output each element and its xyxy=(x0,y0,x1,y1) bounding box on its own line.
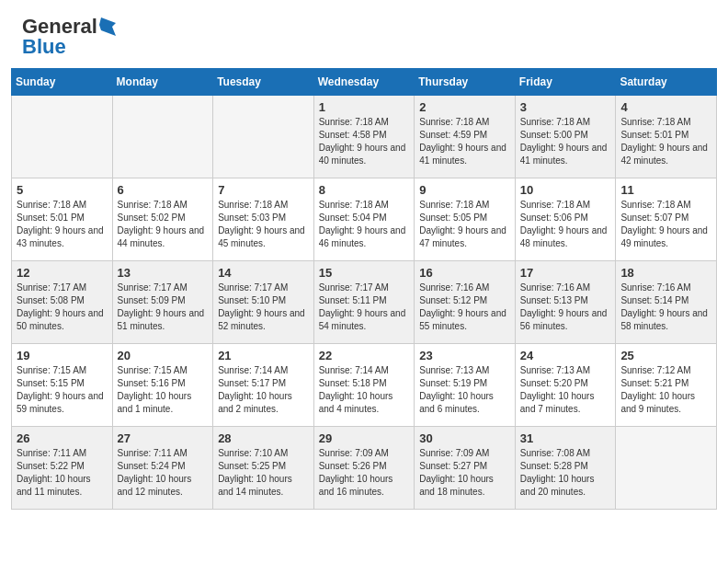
day-info: Sunrise: 7:18 AMSunset: 5:01 PMDaylight:… xyxy=(620,116,711,167)
day-number: 26 xyxy=(17,431,108,445)
day-info: Sunrise: 7:16 AMSunset: 5:14 PMDaylight:… xyxy=(620,282,711,333)
day-number: 18 xyxy=(620,266,711,280)
day-info: Sunrise: 7:18 AMSunset: 5:04 PMDaylight:… xyxy=(319,199,410,250)
calendar-week-1: 1Sunrise: 7:18 AMSunset: 4:58 PMDaylight… xyxy=(12,96,717,178)
calendar-cell: 24Sunrise: 7:13 AMSunset: 5:20 PMDayligh… xyxy=(515,344,616,427)
calendar-week-3: 12Sunrise: 7:17 AMSunset: 5:08 PMDayligh… xyxy=(12,261,717,344)
day-number: 24 xyxy=(520,349,611,362)
day-number: 12 xyxy=(17,266,108,280)
day-info: Sunrise: 7:18 AMSunset: 5:03 PMDaylight:… xyxy=(218,199,309,250)
day-info: Sunrise: 7:09 AMSunset: 5:27 PMDaylight:… xyxy=(419,447,510,499)
day-info: Sunrise: 7:11 AMSunset: 5:24 PMDaylight:… xyxy=(118,447,209,499)
calendar-cell: 8Sunrise: 7:18 AMSunset: 5:04 PMDaylight… xyxy=(313,178,415,261)
day-info: Sunrise: 7:17 AMSunset: 5:09 PMDaylight:… xyxy=(118,282,209,333)
calendar-cell: 12Sunrise: 7:17 AMSunset: 5:08 PMDayligh… xyxy=(12,261,113,344)
day-number: 28 xyxy=(218,431,309,445)
day-number: 5 xyxy=(17,183,108,197)
day-info: Sunrise: 7:18 AMSunset: 5:00 PMDaylight:… xyxy=(520,116,611,167)
day-number: 25 xyxy=(620,349,711,362)
page-header: General Blue xyxy=(0,0,728,68)
day-number: 13 xyxy=(118,266,209,280)
calendar-cell: 27Sunrise: 7:11 AMSunset: 5:24 PMDayligh… xyxy=(112,427,213,510)
day-number: 17 xyxy=(520,266,611,280)
calendar-cell: 31Sunrise: 7:08 AMSunset: 5:28 PMDayligh… xyxy=(515,427,616,510)
calendar-cell: 17Sunrise: 7:16 AMSunset: 5:13 PMDayligh… xyxy=(515,261,616,344)
day-number: 7 xyxy=(218,183,309,197)
calendar-cell xyxy=(12,96,113,178)
svg-marker-0 xyxy=(99,17,116,36)
day-info: Sunrise: 7:18 AMSunset: 5:06 PMDaylight:… xyxy=(520,199,611,250)
calendar-cell: 9Sunrise: 7:18 AMSunset: 5:05 PMDaylight… xyxy=(415,178,516,261)
logo-blue-text: Blue xyxy=(22,35,118,59)
calendar-cell: 1Sunrise: 7:18 AMSunset: 4:58 PMDaylight… xyxy=(313,96,415,178)
calendar-cell xyxy=(112,96,213,178)
day-info: Sunrise: 7:18 AMSunset: 5:05 PMDaylight:… xyxy=(419,199,510,250)
calendar-table: SundayMondayTuesdayWednesdayThursdayFrid… xyxy=(11,68,717,510)
day-info: Sunrise: 7:13 AMSunset: 5:19 PMDaylight:… xyxy=(419,364,510,416)
calendar-cell: 30Sunrise: 7:09 AMSunset: 5:27 PMDayligh… xyxy=(415,427,516,510)
calendar-cell: 20Sunrise: 7:15 AMSunset: 5:16 PMDayligh… xyxy=(112,344,213,427)
day-number: 10 xyxy=(520,183,611,197)
calendar-cell: 21Sunrise: 7:14 AMSunset: 5:17 PMDayligh… xyxy=(213,344,314,427)
weekday-header-thursday: Thursday xyxy=(415,69,516,96)
calendar-cell: 29Sunrise: 7:09 AMSunset: 5:26 PMDayligh… xyxy=(313,427,415,510)
day-number: 20 xyxy=(118,349,209,362)
calendar-cell: 3Sunrise: 7:18 AMSunset: 5:00 PMDaylight… xyxy=(515,96,616,178)
day-info: Sunrise: 7:15 AMSunset: 5:15 PMDaylight:… xyxy=(17,364,108,416)
day-info: Sunrise: 7:10 AMSunset: 5:25 PMDaylight:… xyxy=(218,447,309,499)
calendar-cell: 2Sunrise: 7:18 AMSunset: 4:59 PMDaylight… xyxy=(415,96,516,178)
calendar-cell: 26Sunrise: 7:11 AMSunset: 5:22 PMDayligh… xyxy=(12,427,113,510)
day-info: Sunrise: 7:17 AMSunset: 5:10 PMDaylight:… xyxy=(218,282,309,333)
calendar-cell: 15Sunrise: 7:17 AMSunset: 5:11 PMDayligh… xyxy=(313,261,415,344)
calendar-cell: 11Sunrise: 7:18 AMSunset: 5:07 PMDayligh… xyxy=(616,178,717,261)
calendar-cell: 28Sunrise: 7:10 AMSunset: 5:25 PMDayligh… xyxy=(213,427,314,510)
calendar-cell: 19Sunrise: 7:15 AMSunset: 5:15 PMDayligh… xyxy=(12,344,113,427)
day-number: 15 xyxy=(319,266,410,280)
day-info: Sunrise: 7:18 AMSunset: 5:02 PMDaylight:… xyxy=(118,199,209,250)
calendar-week-2: 5Sunrise: 7:18 AMSunset: 5:01 PMDaylight… xyxy=(12,178,717,261)
day-number: 30 xyxy=(419,431,510,445)
day-info: Sunrise: 7:12 AMSunset: 5:21 PMDaylight:… xyxy=(620,364,711,416)
day-number: 27 xyxy=(118,431,209,445)
weekday-header-sunday: Sunday xyxy=(12,69,113,96)
day-number: 3 xyxy=(520,100,611,114)
day-info: Sunrise: 7:16 AMSunset: 5:12 PMDaylight:… xyxy=(419,282,510,333)
weekday-header-saturday: Saturday xyxy=(616,69,717,96)
day-number: 22 xyxy=(319,349,410,362)
day-info: Sunrise: 7:13 AMSunset: 5:20 PMDaylight:… xyxy=(520,364,611,416)
calendar-cell xyxy=(213,96,314,178)
calendar: SundayMondayTuesdayWednesdayThursdayFrid… xyxy=(0,68,728,521)
calendar-cell: 7Sunrise: 7:18 AMSunset: 5:03 PMDaylight… xyxy=(213,178,314,261)
day-number: 23 xyxy=(419,349,510,362)
calendar-cell xyxy=(616,427,717,510)
logo-bird-icon xyxy=(99,17,116,36)
day-info: Sunrise: 7:09 AMSunset: 5:26 PMDaylight:… xyxy=(319,447,410,499)
calendar-body: 1Sunrise: 7:18 AMSunset: 4:58 PMDaylight… xyxy=(12,96,717,510)
day-number: 4 xyxy=(620,100,711,114)
day-number: 9 xyxy=(419,183,510,197)
day-number: 21 xyxy=(218,349,309,362)
day-info: Sunrise: 7:11 AMSunset: 5:22 PMDaylight:… xyxy=(17,447,108,499)
day-info: Sunrise: 7:08 AMSunset: 5:28 PMDaylight:… xyxy=(520,447,611,499)
day-number: 6 xyxy=(118,183,209,197)
calendar-cell: 10Sunrise: 7:18 AMSunset: 5:06 PMDayligh… xyxy=(515,178,616,261)
day-number: 8 xyxy=(319,183,410,197)
day-number: 11 xyxy=(620,183,711,197)
day-number: 2 xyxy=(419,100,510,114)
calendar-cell: 18Sunrise: 7:16 AMSunset: 5:14 PMDayligh… xyxy=(616,261,717,344)
calendar-cell: 16Sunrise: 7:16 AMSunset: 5:12 PMDayligh… xyxy=(415,261,516,344)
weekday-header-wednesday: Wednesday xyxy=(313,69,415,96)
calendar-cell: 14Sunrise: 7:17 AMSunset: 5:10 PMDayligh… xyxy=(213,261,314,344)
day-info: Sunrise: 7:14 AMSunset: 5:18 PMDaylight:… xyxy=(319,364,410,416)
logo-container: General Blue xyxy=(22,17,118,59)
calendar-cell: 22Sunrise: 7:14 AMSunset: 5:18 PMDayligh… xyxy=(313,344,415,427)
day-info: Sunrise: 7:17 AMSunset: 5:08 PMDaylight:… xyxy=(17,282,108,333)
weekday-header-tuesday: Tuesday xyxy=(213,69,314,96)
day-number: 1 xyxy=(319,100,410,114)
calendar-cell: 5Sunrise: 7:18 AMSunset: 5:01 PMDaylight… xyxy=(12,178,113,261)
calendar-cell: 25Sunrise: 7:12 AMSunset: 5:21 PMDayligh… xyxy=(616,344,717,427)
calendar-cell: 23Sunrise: 7:13 AMSunset: 5:19 PMDayligh… xyxy=(415,344,516,427)
logo-general-text: General xyxy=(22,17,97,37)
day-number: 19 xyxy=(17,349,108,362)
calendar-week-5: 26Sunrise: 7:11 AMSunset: 5:22 PMDayligh… xyxy=(12,427,717,510)
